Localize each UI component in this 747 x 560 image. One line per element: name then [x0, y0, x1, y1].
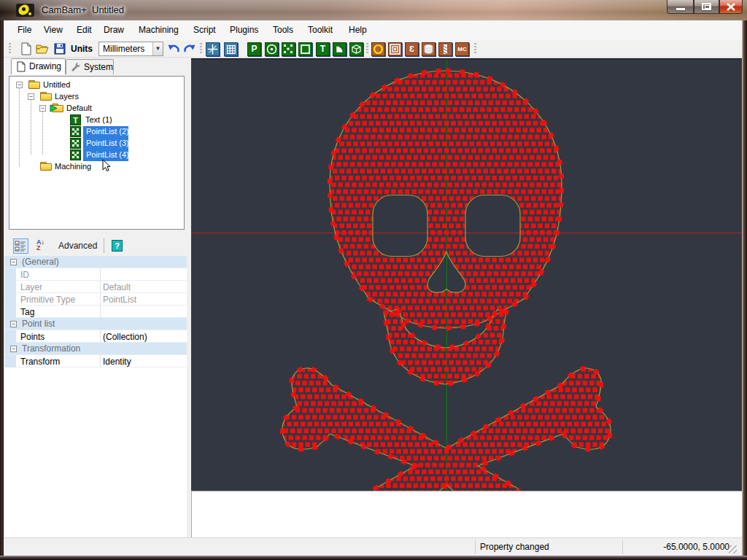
svg-text:+: +	[16, 241, 19, 246]
svg-text:+: +	[16, 247, 19, 252]
